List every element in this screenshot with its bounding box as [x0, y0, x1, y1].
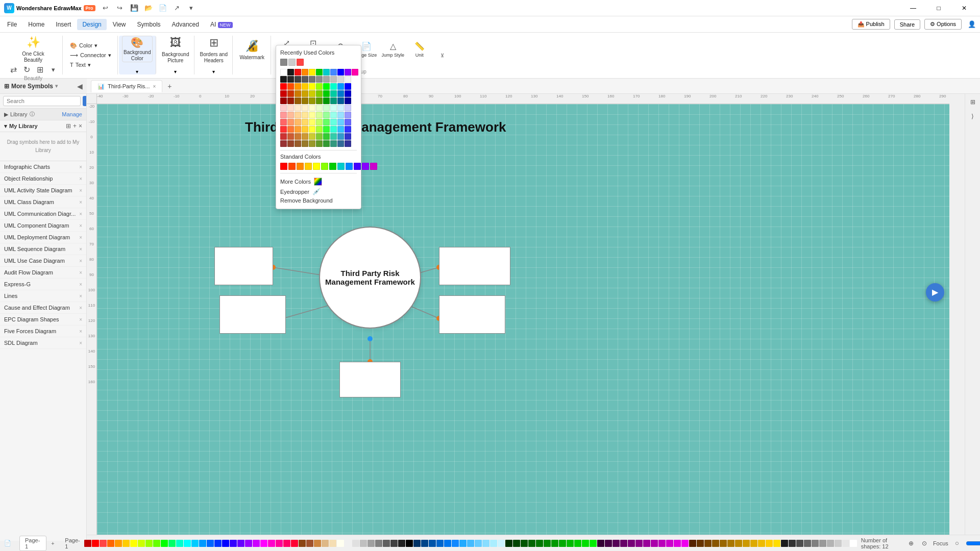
item-close-icon[interactable]: × — [79, 305, 82, 311]
add-page-button[interactable]: + — [48, 539, 57, 548]
borders-headers-button[interactable]: ⊞ Borders andHeaders — [199, 36, 229, 64]
color-strip-swatch[interactable] — [490, 540, 497, 547]
item-close-icon[interactable]: × — [79, 340, 82, 346]
item-close-icon[interactable]: × — [79, 317, 82, 322]
base-9[interactable] — [345, 69, 351, 76]
gradient-swatch[interactable] — [295, 140, 301, 147]
color-strip-swatch[interactable] — [827, 540, 834, 547]
color-strip-swatch[interactable] — [260, 540, 267, 547]
gradient-swatch[interactable] — [316, 76, 323, 83]
item-close-icon[interactable]: × — [79, 258, 82, 264]
color-strip-swatch[interactable] — [283, 540, 290, 547]
one-click-beautify-button[interactable]: ✨ One ClickBeautify — [18, 36, 48, 63]
search-button[interactable]: Search — [83, 96, 87, 106]
recent-swatch-2[interactable] — [288, 59, 296, 66]
focus-button[interactable]: ⊙ — [920, 537, 929, 549]
zoom-slider[interactable] — [966, 539, 980, 547]
color-strip-swatch[interactable] — [766, 540, 773, 547]
color-strip-swatch[interactable] — [322, 540, 329, 547]
gradient-swatch[interactable] — [287, 83, 294, 90]
gradient-swatch[interactable] — [287, 133, 294, 140]
color-strip-swatch[interactable] — [314, 540, 321, 547]
item-close-icon[interactable]: × — [79, 176, 82, 182]
gradient-swatch[interactable] — [316, 126, 323, 133]
std-3[interactable] — [297, 163, 304, 170]
color-strip-swatch[interactable] — [429, 540, 436, 547]
gradient-swatch[interactable] — [295, 76, 301, 83]
item-close-icon[interactable]: × — [79, 223, 82, 229]
share-quick-button[interactable]: ↗ — [171, 2, 183, 14]
gradient-swatch[interactable] — [280, 105, 287, 111]
color-strip-swatch[interactable] — [758, 540, 765, 547]
list-item[interactable]: Cause and Effect Diagram × — [0, 302, 86, 314]
color-strip-swatch[interactable] — [536, 540, 543, 547]
gradient-swatch[interactable] — [309, 112, 315, 118]
gradient-swatch[interactable] — [337, 90, 344, 97]
branch-box-bottom-right[interactable] — [439, 295, 505, 334]
gradient-swatch[interactable] — [323, 97, 330, 104]
layer-button[interactable]: ⊕ — [906, 537, 916, 549]
color-strip-swatch[interactable] — [276, 540, 283, 547]
color-strip-swatch[interactable] — [122, 540, 130, 547]
gradient-swatch[interactable] — [302, 119, 308, 126]
gradient-swatch[interactable] — [295, 119, 301, 126]
color-strip-swatch[interactable] — [92, 540, 99, 547]
more-colors-swatch[interactable] — [314, 178, 322, 186]
gradient-swatch[interactable] — [345, 126, 351, 133]
color-strip-swatch[interactable] — [398, 540, 405, 547]
gradient-swatch[interactable] — [287, 119, 294, 126]
gradient-swatch[interactable] — [316, 83, 323, 90]
gradient-swatch[interactable] — [295, 90, 301, 97]
color-strip-swatch[interactable] — [161, 540, 168, 547]
gradient-swatch[interactable] — [309, 119, 315, 126]
color-strip-swatch[interactable] — [743, 540, 750, 547]
color-strip-swatch[interactable] — [567, 540, 574, 547]
background-color-button[interactable]: 🎨 BackgroundColor — [122, 36, 153, 62]
color-strip-swatch[interactable] — [299, 540, 306, 547]
gradient-swatch[interactable] — [280, 140, 287, 147]
gradient-swatch[interactable] — [330, 76, 337, 83]
color-strip-swatch[interactable] — [360, 540, 367, 547]
gradient-swatch[interactable] — [280, 119, 287, 126]
gradient-swatch[interactable] — [337, 133, 344, 140]
color-strip-swatch[interactable] — [383, 540, 390, 547]
list-item[interactable]: UML Use Case Diagram × — [0, 255, 86, 267]
center-node[interactable]: Third Party RiskManagement Framework — [319, 227, 421, 329]
gradient-swatch[interactable] — [323, 133, 330, 140]
gradient-swatch[interactable] — [287, 126, 294, 133]
gradient-swatch[interactable] — [287, 76, 294, 83]
gradient-swatch[interactable] — [337, 76, 344, 83]
gradient-swatch[interactable] — [337, 119, 344, 126]
color-strip-swatch[interactable] — [513, 540, 520, 547]
color-strip-swatch[interactable] — [452, 540, 459, 547]
std-6[interactable] — [321, 163, 328, 170]
color-strip-swatch[interactable] — [620, 540, 627, 547]
color-button[interactable]: 🎨 Color ▾ — [67, 41, 114, 50]
color-strip-swatch[interactable] — [773, 540, 780, 547]
color-strip-swatch[interactable] — [789, 540, 796, 547]
gradient-swatch[interactable] — [337, 83, 344, 90]
menu-insert[interactable]: Insert — [51, 19, 76, 30]
save-button[interactable]: 💾 — [128, 2, 140, 14]
color-strip-swatch[interactable] — [835, 540, 842, 547]
color-strip-swatch[interactable] — [375, 540, 382, 547]
branch-box-top-right[interactable] — [439, 247, 510, 285]
gradient-swatch[interactable] — [309, 90, 315, 97]
color-strip-swatch[interactable] — [84, 540, 91, 547]
unit-button[interactable]: 📏 Unit — [407, 36, 432, 63]
gradient-swatch[interactable] — [302, 83, 308, 90]
base-1[interactable] — [287, 69, 294, 76]
zoom-out-icon[interactable]: ○ — [952, 537, 962, 549]
search-input[interactable] — [3, 96, 81, 106]
borders-dropdown[interactable]: ▾ — [212, 69, 215, 74]
gradient-swatch[interactable] — [330, 140, 337, 147]
watermark-button[interactable]: 🔏 Watermark — [237, 36, 267, 64]
color-strip-swatch[interactable] — [850, 540, 857, 547]
gradient-swatch[interactable] — [345, 133, 351, 140]
gradient-swatch[interactable] — [302, 112, 308, 118]
std-5[interactable] — [313, 163, 320, 170]
color-strip-swatch[interactable] — [368, 540, 375, 547]
gradient-swatch[interactable] — [323, 112, 330, 118]
item-close-icon[interactable]: × — [79, 270, 82, 276]
gradient-swatch[interactable] — [345, 83, 351, 90]
